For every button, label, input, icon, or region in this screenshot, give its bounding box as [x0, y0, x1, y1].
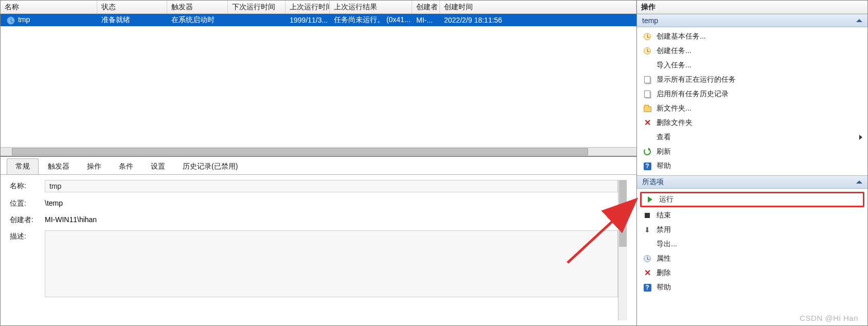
task-last-run: 1999/11/3... — [286, 15, 330, 25]
tab-actions[interactable]: 操作 — [79, 159, 110, 174]
action-label: 结束 — [657, 211, 671, 220]
value-location: \temp — [45, 197, 63, 209]
task-name: tmp — [18, 15, 30, 24]
actions-panel: 操作 temp 创建基本任务... 创建任务... 导入任务... 显示所有正在… — [637, 0, 868, 326]
tab-triggers[interactable]: 触发器 — [40, 159, 78, 174]
field-description[interactable] — [45, 230, 618, 297]
task-list-pane: 名称 状态 触发器 下次运行时间 上次运行时间 上次运行结果 创建者 创建时间 … — [1, 1, 636, 156]
action-export[interactable]: 导出... — [637, 237, 867, 251]
action-label: 启用所有任务历史记录 — [657, 89, 729, 99]
label-creator: 创建者: — [10, 214, 36, 225]
col-trigger[interactable]: 触发器 — [167, 1, 228, 13]
col-next-run[interactable]: 下次运行时间 — [228, 1, 286, 13]
refresh-icon — [643, 148, 651, 156]
task-row[interactable]: tmp 准备就绪 在系统启动时 1999/11/3... 任务尚未运行。 (0x… — [1, 14, 636, 26]
task-detail-pane: 常规 触发器 操作 条件 设置 历史记录(已禁用) 名称: tmp 位置: \t… — [1, 156, 636, 325]
action-label: 运行 — [659, 195, 674, 204]
action-help[interactable]: ? 帮助 — [637, 159, 867, 173]
action-delete-folder[interactable]: ✕ 删除文件夹 — [637, 116, 867, 130]
task-next-run — [228, 19, 286, 21]
action-help-selected[interactable]: ? 帮助 — [637, 280, 867, 295]
delete-icon: ✕ — [643, 119, 651, 127]
action-create-basic-task[interactable]: 创建基本任务... — [637, 29, 867, 44]
group-header-selected[interactable]: 所选项 — [637, 175, 867, 189]
group-header-temp-label: temp — [642, 16, 658, 25]
folder-icon — [643, 104, 651, 113]
blank-icon — [643, 133, 651, 141]
col-status[interactable]: 状态 — [97, 1, 167, 13]
document-icon — [643, 90, 651, 98]
value-creator: MI-WIN11\hihan — [45, 214, 97, 225]
label-location: 位置: — [10, 197, 36, 208]
action-end[interactable]: 结束 — [637, 208, 867, 223]
collapse-icon — [856, 19, 862, 22]
action-view[interactable]: 查看 — [637, 130, 867, 144]
action-properties[interactable]: 属性 — [637, 251, 867, 266]
action-label: 属性 — [657, 254, 671, 263]
blank-icon — [643, 240, 651, 248]
label-name: 名称: — [10, 180, 36, 191]
col-name[interactable]: 名称 — [1, 1, 97, 13]
play-icon — [646, 195, 654, 204]
task-last-result: 任务尚未运行。 (0x41... — [330, 14, 412, 26]
detail-vertical-scrollbar[interactable] — [618, 180, 627, 320]
blank-icon — [643, 61, 651, 69]
action-run[interactable]: 运行 — [642, 193, 863, 206]
action-label: 创建任务... — [657, 46, 692, 56]
action-label: 刷新 — [657, 147, 671, 156]
action-label: 删除 — [657, 268, 671, 278]
delete-icon: ✕ — [643, 269, 651, 277]
horizontal-scrollbar[interactable] — [1, 147, 636, 156]
col-last-result[interactable]: 上次运行结果 — [330, 1, 412, 13]
disable-icon: ⬇ — [643, 226, 651, 234]
submenu-icon — [859, 135, 862, 140]
watermark: CSDN @Hi Han — [800, 314, 858, 322]
detail-tabs: 常规 触发器 操作 条件 设置 历史记录(已禁用) — [1, 157, 636, 174]
action-label: 显示所有正在运行的任务 — [657, 75, 736, 84]
actions-panel-header: 操作 — [637, 1, 867, 14]
tab-settings[interactable]: 设置 — [143, 159, 173, 174]
label-description: 描述: — [10, 230, 36, 241]
action-create-task[interactable]: 创建任务... — [637, 44, 867, 58]
group-header-temp[interactable]: temp — [637, 14, 867, 27]
task-icon — [7, 16, 15, 25]
help-icon: ? — [643, 283, 651, 292]
clock-icon — [643, 255, 651, 263]
action-show-running[interactable]: 显示所有正在运行的任务 — [637, 73, 867, 87]
collapse-icon — [856, 180, 862, 184]
col-last-run[interactable]: 上次运行时间 — [286, 1, 330, 13]
action-label: 禁用 — [657, 225, 671, 234]
document-icon — [643, 76, 651, 84]
tab-history[interactable]: 历史记录(已禁用) — [174, 159, 246, 174]
action-import-task[interactable]: 导入任务... — [637, 58, 867, 73]
col-created[interactable]: 创建时间 — [440, 1, 636, 13]
action-new-folder[interactable]: 新文件夹... — [637, 101, 867, 116]
field-name[interactable]: tmp — [45, 180, 618, 192]
action-enable-history[interactable]: 启用所有任务历史记录 — [637, 87, 867, 101]
action-label: 查看 — [657, 133, 671, 142]
action-label: 新文件夹... — [657, 104, 692, 113]
clock-icon — [643, 47, 651, 55]
action-delete[interactable]: ✕ 删除 — [637, 266, 867, 280]
action-label: 删除文件夹 — [657, 118, 693, 128]
help-icon: ? — [643, 162, 651, 170]
action-label: 帮助 — [657, 161, 671, 171]
action-label: 导出... — [657, 240, 677, 249]
task-trigger: 在系统启动时 — [167, 14, 228, 26]
task-created: 2022/2/9 18:11:56 — [440, 15, 636, 25]
action-label: 创建基本任务... — [657, 32, 706, 41]
action-label: 帮助 — [657, 283, 671, 292]
task-author: MI-... — [412, 15, 440, 25]
task-list-header: 名称 状态 触发器 下次运行时间 上次运行时间 上次运行结果 创建者 创建时间 — [1, 1, 636, 14]
tab-conditions[interactable]: 条件 — [111, 159, 141, 174]
annotation-highlight: 运行 — [640, 192, 864, 207]
clock-icon — [643, 32, 651, 41]
action-refresh[interactable]: 刷新 — [637, 144, 867, 159]
tab-general[interactable]: 常规 — [7, 158, 39, 175]
task-status: 准备就绪 — [97, 14, 167, 26]
action-disable[interactable]: ⬇ 禁用 — [637, 223, 867, 237]
col-author[interactable]: 创建者 — [412, 1, 440, 13]
group-header-selected-label: 所选项 — [642, 177, 664, 187]
stop-icon — [643, 211, 651, 220]
action-label: 导入任务... — [657, 61, 692, 70]
